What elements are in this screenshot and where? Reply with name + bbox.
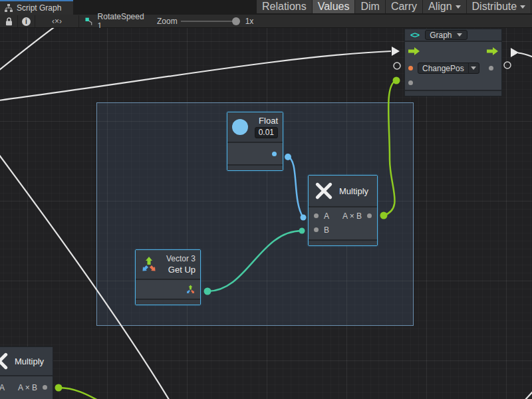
visual-scripting-icon: <> [410, 30, 419, 40]
code-toggle-button[interactable]: ‹×› [35, 15, 78, 28]
lock-button[interactable] [0, 15, 17, 28]
graph-node-icon [85, 17, 94, 26]
zoom-label: Zoom [157, 15, 181, 28]
multiply2-node-body: A A × B [0, 376, 53, 399]
port-a-label: A [324, 211, 329, 221]
zoom-slider-handle[interactable] [232, 17, 240, 25]
caret-down-icon [471, 66, 476, 70]
toolbar-button-strip: Relations Values Dim Carry Align Distrib… [257, 0, 532, 13]
float-output-port[interactable] [272, 152, 277, 156]
port-b[interactable] [314, 227, 319, 232]
port-a[interactable] [314, 213, 319, 218]
graph-flow-row [405, 42, 501, 61]
edge-multiply-to-changepos [384, 80, 396, 215]
lock-icon [5, 17, 13, 26]
edge-endpoint-dot [285, 154, 291, 160]
carry-button[interactable]: Carry [386, 0, 423, 13]
edge-white-bottom-corner [525, 391, 532, 399]
port-out-label: A × B [342, 211, 362, 221]
vector3-output-port-icon[interactable] [186, 285, 196, 295]
node-multiply-bottom[interactable]: Multiply A A × B [0, 346, 53, 399]
info-icon: i [22, 17, 31, 26]
node-title: Get Up [168, 265, 196, 275]
multiply-x-icon [0, 352, 9, 370]
float-value-field[interactable]: 0.01 [255, 127, 278, 138]
port-out[interactable] [367, 213, 372, 218]
port-a-label: A [0, 383, 5, 392]
float-literal-icon [232, 119, 248, 135]
changepos-dropdown[interactable]: ChangePos [418, 63, 479, 74]
node-footer [136, 299, 200, 305]
dim-button[interactable]: Dim [355, 0, 385, 13]
edge-white-offscreen-top [0, 28, 59, 70]
caret-down-icon [456, 5, 461, 9]
changepos-output-port[interactable] [489, 66, 493, 70]
values-button[interactable]: Values [313, 0, 356, 13]
node-title: Multiply [15, 356, 44, 366]
node-multiply[interactable]: Multiply A A × B B [308, 175, 378, 246]
edge-multiply2-output [59, 388, 100, 399]
zoom-value: 1x [243, 15, 256, 28]
caret-down-icon [520, 5, 525, 9]
edge-endpoint-dot [380, 212, 388, 219]
float-node-body [227, 143, 283, 164]
edge-endpoint-dot [55, 384, 63, 392]
align-dropdown[interactable]: Align [423, 0, 467, 13]
float-node-header: Float 0.01 [227, 112, 283, 143]
node-vector3-getup[interactable]: Vector 3 Get Up [135, 249, 201, 305]
multiply-x-icon [315, 182, 333, 200]
multiply-node-body: A A × B B [309, 207, 377, 239]
node-title: Float [259, 116, 278, 126]
graph-changepos-row: ChangePos [405, 61, 501, 76]
multiply-node-header: Multiply [309, 176, 377, 207]
extra-input-port[interactable] [408, 80, 413, 85]
node-title: Multiply [339, 186, 368, 196]
edge-endpoint-dot [393, 77, 400, 84]
vector3-node-header: Vector 3 Get Up [136, 250, 200, 280]
graph-reference-breadcrumb[interactable]: RotateSpeed 1 [82, 15, 149, 28]
unconnected-port-circle [504, 62, 511, 68]
graph-hierarchy-icon [5, 4, 13, 12]
node-type-label: Vector 3 [166, 254, 196, 263]
edge-arrowhead-icon [392, 47, 400, 56]
zoom-slider-track[interactable] [181, 21, 239, 22]
angle-brackets-icon: ‹×› [52, 17, 62, 26]
flow-output-arrow-icon[interactable] [487, 47, 498, 55]
node-graph-changepos[interactable]: <> Graph ChangePos [404, 29, 502, 96]
distribute-dropdown[interactable]: Distribute [467, 0, 532, 13]
unconnected-port-circle [394, 63, 400, 69]
tab-script-graph[interactable]: Script Graph [0, 0, 73, 15]
toolbar-separator [78, 15, 79, 27]
port-out[interactable] [43, 385, 47, 390]
graph-dropdown-label: Graph [426, 31, 456, 40]
graph-toolbar: i ‹×› RotateSpeed 1 Zoom [0, 15, 532, 28]
graph-dropdown[interactable]: Graph [425, 30, 467, 40]
edge-float-to-multiply-a [288, 157, 303, 217]
port-out-label: A × B [18, 383, 37, 392]
caret-down-icon [457, 33, 462, 37]
edge-white-to-graph-input [0, 51, 391, 100]
tab-label: Script Graph [17, 3, 61, 13]
graph-canvas[interactable]: Float 0.01 Multiply A [0, 28, 532, 399]
script-graph-window: Script Graph ⋮ ✕ i ‹×› [0, 0, 532, 399]
graph-extra-port-row [405, 76, 501, 90]
port-b-label: B [324, 225, 329, 235]
edge-white-from-graph-output [518, 53, 532, 58]
edge-arrowhead-icon [511, 48, 519, 57]
node-footer [309, 239, 377, 245]
node-footer [405, 90, 501, 96]
multiply2-node-header: Multiply [0, 347, 53, 376]
vector3-axes-icon [140, 256, 158, 273]
changepos-dropdown-label: ChangePos [418, 64, 468, 73]
edge-endpoint-dot [301, 215, 307, 221]
relations-button[interactable]: Relations [257, 0, 313, 13]
changepos-input-port[interactable] [408, 66, 413, 70]
flow-input-arrow-icon[interactable] [408, 47, 420, 55]
node-footer [227, 164, 283, 170]
edge-getup-to-multiply-b [207, 231, 302, 291]
vector3-node-body [136, 280, 200, 299]
edge-endpoint-dot [299, 228, 305, 234]
info-button[interactable]: i [18, 15, 35, 28]
node-float[interactable]: Float 0.01 [227, 112, 283, 171]
edge-endpoint-dot [204, 288, 211, 295]
